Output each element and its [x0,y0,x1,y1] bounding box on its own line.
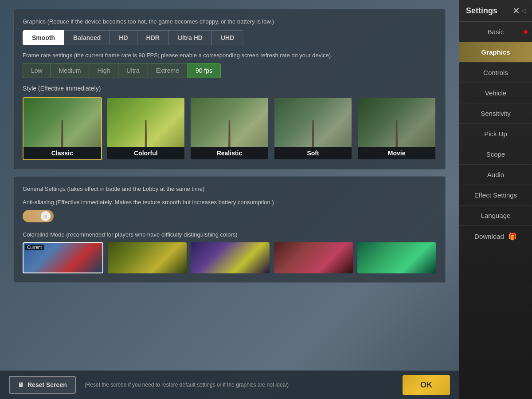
sidebar: Settings ✕ ◁ Basic Graphics Controls Veh… [459,0,532,399]
reset-screen-icon: 🖥 [18,381,24,388]
style-section: Style (Effective immediately) Classic Co… [23,85,436,160]
framerate-desc: Frame rate settings (the current frame r… [23,52,436,59]
sidebar-item-download-label: Download [474,233,504,240]
sidebar-item-controls-label: Controls [483,69,508,76]
bottom-bar: 🖥 Reset Screen (Reset the screen if you … [0,370,459,399]
anti-alias-toggle[interactable]: ||| [23,210,54,222]
quality-tab-hdr[interactable]: HDR [137,30,169,45]
reset-screen-label: Reset Screen [27,381,67,388]
colorblind-cards: Current [23,242,436,273]
sidebar-item-pickup[interactable]: Pick Up [459,124,532,144]
colorblind-card-3[interactable] [191,242,270,273]
framerate-tab-medium[interactable]: Medium [51,63,90,78]
close-arrow: ◁ [521,8,525,14]
main-content: Graphics (Reduce if the device becomes t… [0,0,459,399]
sidebar-item-basic-label: Basic [488,28,504,36]
sidebar-item-controls[interactable]: Controls [459,63,532,83]
sidebar-item-download[interactable]: Download 🎁 [459,226,532,247]
style-card-movie-img [358,98,435,147]
general-title: General Settings (takes effect in battle… [23,186,436,192]
current-badge: Current [25,245,44,250]
framerate-tab-ultra[interactable]: Ultra [118,63,148,78]
framerate-tab-extreme[interactable]: Extreme [148,63,188,78]
framerate-tab-low[interactable]: Low [23,63,51,78]
style-card-colorful[interactable]: Colorful [106,97,186,160]
anti-alias-toggle-container: ||| [23,210,436,222]
sidebar-item-vehicle[interactable]: Vehicle [459,83,532,103]
sidebar-nav: Basic Graphics Controls Vehicle Sensitiv… [459,22,532,399]
sidebar-item-language-label: Language [481,212,511,219]
toggle-lines-icon: ||| [44,214,47,218]
quality-tab-smooth[interactable]: Smooth [23,30,64,45]
colorblind-card-current[interactable]: Current [23,242,103,273]
sidebar-item-scope[interactable]: Scope [459,144,532,165]
sidebar-item-effect-settings-label: Effect Settings [474,191,517,199]
close-button[interactable]: ✕ ◁ [512,5,525,16]
style-card-soft[interactable]: Soft [274,97,353,160]
style-card-classic-img [23,98,101,147]
style-card-movie-name: Movie [358,147,435,159]
style-card-soft-name: Soft [274,147,352,159]
style-card-classic[interactable]: Classic [23,97,102,160]
colorblind-card-5[interactable] [357,242,436,273]
sidebar-item-graphics-label: Graphics [481,48,510,56]
general-settings-panel: General Settings (takes effect in battle… [13,176,446,283]
sidebar-title: Settings [466,6,497,16]
colorblind-label: Colorblind Mode (recommended for players… [23,231,436,238]
sidebar-item-sensitivity[interactable]: Sensitivity [459,103,532,124]
sidebar-item-vehicle-label: Vehicle [485,89,506,97]
style-card-realistic-img [191,98,268,147]
toggle-knob: ||| [41,211,51,221]
quality-tab-uhd[interactable]: UHD [212,30,243,45]
style-card-movie[interactable]: Movie [357,97,436,160]
colorblind-card-4[interactable] [274,242,353,273]
sidebar-header: Settings ✕ ◁ [459,0,532,22]
sidebar-item-audio[interactable]: Audio [459,165,532,185]
reset-screen-desc: (Reset the screen if you need to restore… [85,382,394,388]
basic-notification-dot [524,30,528,34]
gift-icon: 🎁 [508,233,517,240]
sidebar-item-basic[interactable]: Basic [459,22,532,42]
framerate-tab-90fps[interactable]: 90 fps [188,63,221,78]
sidebar-item-pickup-label: Pick Up [484,130,507,138]
style-card-colorful-name: Colorful [107,147,185,159]
framerate-tabs: Low Medium High Ultra Extreme 90 fps [23,63,436,78]
framerate-tab-high[interactable]: High [89,63,118,78]
ok-button[interactable]: OK [403,375,450,395]
quality-tab-hd[interactable]: HD [110,30,137,45]
reset-screen-button[interactable]: 🖥 Reset Screen [9,376,76,394]
sidebar-item-audio-label: Audio [487,171,504,178]
framerate-section: Frame rate settings (the current frame r… [23,52,436,78]
close-icon: ✕ [512,5,520,16]
quality-tabs: Smooth Balanced HD HDR Ultra HD UHD [23,30,436,45]
quality-tab-balanced[interactable]: Balanced [64,30,110,45]
style-card-colorful-img [107,98,185,147]
quality-tab-ultrahd[interactable]: Ultra HD [169,30,212,45]
sidebar-item-graphics[interactable]: Graphics [459,42,532,63]
graphics-quality-panel: Graphics (Reduce if the device becomes t… [13,9,446,170]
style-card-soft-img [274,98,352,147]
style-cards: Classic Colorful Realistic Soft Movie [23,97,436,160]
graphics-quality-desc: Graphics (Reduce if the device becomes t… [23,18,436,25]
style-card-realistic[interactable]: Realistic [190,97,269,160]
sidebar-item-effect-settings[interactable]: Effect Settings [459,185,532,205]
anti-alias-label: Anti-aliasing (Effective immediately. Ma… [23,199,436,205]
sidebar-item-scope-label: Scope [486,150,505,158]
style-label: Style (Effective immediately) [23,85,436,92]
sidebar-item-language[interactable]: Language [459,205,532,226]
style-card-classic-name: Classic [23,147,101,159]
sidebar-item-sensitivity-label: Sensitivity [481,110,511,117]
colorblind-card-2[interactable] [108,242,187,273]
style-card-realistic-name: Realistic [191,147,268,159]
